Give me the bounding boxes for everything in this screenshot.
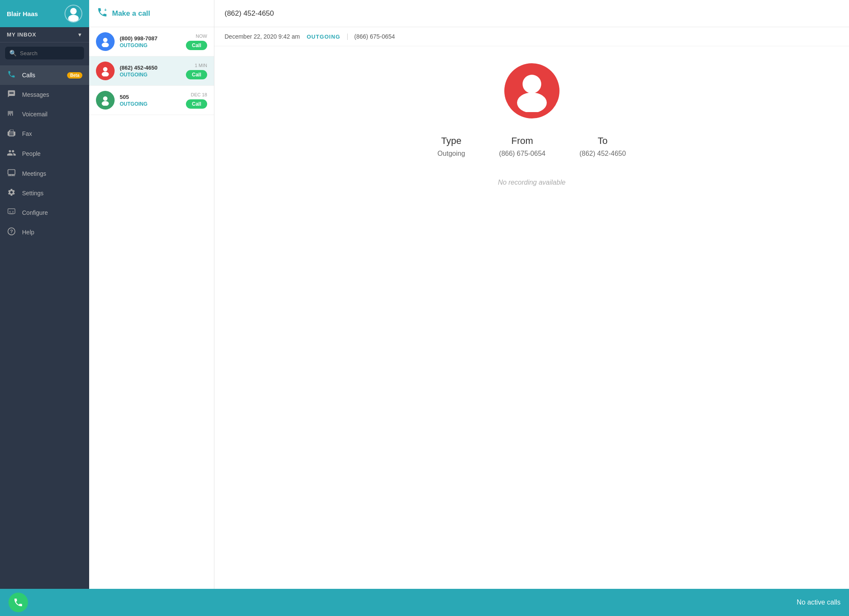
call-item[interactable]: 505 OUTGOING DEC 18 Call: [89, 86, 214, 115]
inbox-dropdown-icon: ▼: [77, 32, 82, 38]
svg-rect-3: [9, 111, 10, 114]
sidebar-item-messages[interactable]: Messages: [0, 85, 89, 104]
people-icon: [7, 148, 16, 159]
svg-rect-5: [11, 111, 12, 114]
nav-items: Calls Beta Messages: [0, 64, 89, 589]
fax-icon: [7, 129, 16, 139]
inbox-label: MY INBOX: [7, 31, 74, 38]
make-call-icon: +: [97, 7, 108, 20]
call-button[interactable]: Call: [186, 70, 207, 79]
call-direction: OUTGOING: [120, 72, 181, 78]
call-meta: NOW Call: [186, 34, 207, 50]
sidebar-item-label-configure: Configure: [22, 209, 82, 216]
svg-point-16: [102, 42, 109, 47]
make-call-label: Make a call: [112, 9, 150, 18]
detail-type-value: Outgoing: [438, 150, 465, 158]
sidebar-item-label-help: Help: [22, 229, 82, 236]
app-container: Blair Haas MY INBOX ▼ 🔍: [0, 0, 849, 616]
svg-point-17: [103, 67, 107, 71]
user-name: Blair Haas: [7, 10, 59, 17]
avatar[interactable]: [65, 5, 82, 23]
call-time: 1 MIN: [195, 63, 207, 68]
search-input-wrap: 🔍: [5, 47, 84, 59]
settings-icon: [7, 188, 16, 198]
svg-rect-6: [12, 111, 13, 116]
svg-point-15: [103, 38, 107, 42]
detail-info-col-type: Type Outgoing: [438, 135, 465, 158]
detail-info-col-to: To (862) 452-4650: [579, 135, 626, 158]
main-area: Blair Haas MY INBOX ▼ 🔍: [0, 0, 849, 589]
call-time: NOW: [196, 34, 207, 39]
sidebar-item-people[interactable]: People: [0, 143, 89, 164]
sidebar-item-calls[interactable]: Calls Beta: [0, 65, 89, 85]
sidebar-item-configure[interactable]: Configure: [0, 203, 89, 222]
call-avatar: [96, 91, 115, 110]
detail-outgoing-badge: OUTGOING: [306, 34, 347, 40]
sidebar: Blair Haas MY INBOX ▼ 🔍: [0, 0, 89, 589]
sidebar-item-label-calls: Calls: [22, 72, 61, 79]
search-icon: 🔍: [9, 50, 17, 56]
sidebar-item-voicemail[interactable]: Voicemail: [0, 104, 89, 124]
call-avatar: [96, 62, 115, 80]
call-number: 505: [120, 94, 181, 100]
call-items: (800) 998-7087 OUTGOING NOW Call: [89, 27, 214, 589]
sidebar-item-meetings[interactable]: Meetings: [0, 164, 89, 183]
detail-date: December 22, 2020 9:42 am: [225, 33, 300, 40]
call-list-panel: + Make a call (800) 998-7087: [89, 0, 214, 589]
detail-from-value: (866) 675-0654: [499, 150, 545, 158]
svg-point-20: [102, 101, 109, 106]
call-item[interactable]: (862) 452-4650 OUTGOING 1 MIN Call: [89, 56, 214, 86]
make-call-header[interactable]: + Make a call: [89, 0, 214, 27]
detail-info-row: Type Outgoing From (866) 675-0654 To (86…: [438, 135, 626, 158]
call-item[interactable]: (800) 998-7087 OUTGOING NOW Call: [89, 27, 214, 56]
sidebar-item-label-voicemail: Voicemail: [22, 111, 82, 118]
detail-from-label: From: [512, 135, 533, 146]
call-meta: 1 MIN Call: [186, 63, 207, 79]
call-info: 505 OUTGOING: [120, 94, 181, 107]
sidebar-item-help[interactable]: ? Help: [0, 222, 89, 242]
svg-point-19: [103, 96, 107, 101]
detail-body: Type Outgoing From (866) 675-0654 To (86…: [214, 46, 849, 589]
detail-from-number: (866) 675-0654: [354, 33, 395, 40]
detail-avatar: [504, 63, 559, 118]
sidebar-item-label-fax: Fax: [22, 130, 82, 137]
svg-rect-7: [8, 170, 15, 175]
voicemail-icon: [7, 109, 16, 119]
call-direction: OUTGOING: [120, 42, 181, 48]
meetings-icon: [7, 169, 16, 179]
svg-point-22: [517, 93, 547, 112]
call-avatar: [96, 32, 115, 51]
inbox-row[interactable]: MY INBOX ▼: [0, 27, 89, 42]
detail-phone-title: (862) 452-4650: [225, 9, 274, 18]
svg-text:?: ?: [10, 228, 13, 234]
sidebar-item-label-meetings: Meetings: [22, 170, 82, 177]
detail-type-label: Type: [441, 135, 461, 146]
detail-to-label: To: [598, 135, 607, 146]
beta-badge: Beta: [67, 72, 82, 79]
sidebar-item-fax[interactable]: Fax: [0, 124, 89, 143]
sidebar-header: Blair Haas: [0, 0, 89, 27]
call-info: (862) 452-4650 OUTGOING: [120, 65, 181, 78]
call-button[interactable]: Call: [186, 41, 207, 50]
svg-point-21: [523, 75, 541, 93]
sidebar-item-label-people: People: [22, 150, 82, 157]
footer: No active calls: [0, 589, 849, 616]
search-input[interactable]: [20, 50, 91, 56]
detail-info-col-from: From (866) 675-0654: [499, 135, 545, 158]
help-icon: ?: [7, 227, 16, 237]
detail-panel: (862) 452-4650 December 22, 2020 9:42 am…: [214, 0, 849, 589]
configure-icon: [7, 208, 16, 218]
svg-point-18: [102, 72, 109, 76]
call-button[interactable]: Call: [186, 99, 207, 109]
detail-sub-header: December 22, 2020 9:42 am OUTGOING (866)…: [214, 27, 849, 46]
svg-rect-2: [8, 111, 9, 116]
sidebar-item-settings[interactable]: Settings: [0, 183, 89, 203]
svg-rect-11: [8, 209, 15, 214]
svg-text:+: +: [104, 7, 107, 12]
footer-call-button[interactable]: [8, 593, 28, 612]
sidebar-item-label-messages: Messages: [22, 91, 82, 98]
call-info: (800) 998-7087 OUTGOING: [120, 35, 181, 48]
messages-icon: [7, 90, 16, 100]
detail-header: (862) 452-4650: [214, 0, 849, 27]
svg-rect-4: [10, 111, 11, 116]
